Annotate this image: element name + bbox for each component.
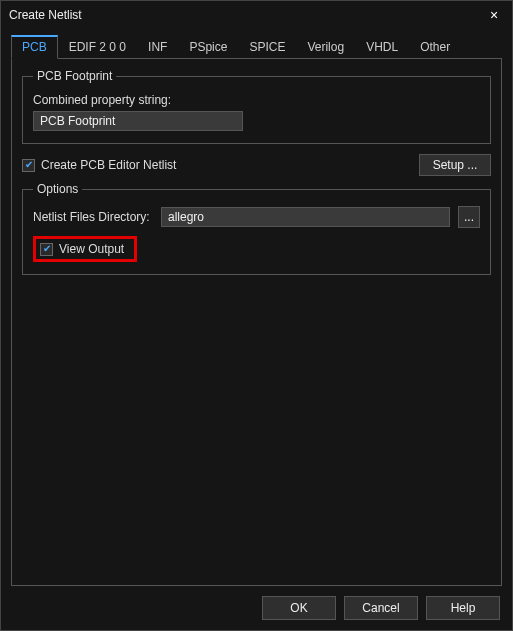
tab-edif[interactable]: EDIF 2 0 0: [58, 35, 137, 58]
netlist-dir-input[interactable]: [161, 207, 450, 227]
netlist-dir-label: Netlist Files Directory:: [33, 210, 153, 224]
tab-pspice[interactable]: PSpice: [178, 35, 238, 58]
tab-body-pcb: PCB Footprint Combined property string: …: [11, 59, 502, 586]
combined-property-input[interactable]: [33, 111, 243, 131]
setup-button[interactable]: Setup ...: [419, 154, 491, 176]
options-group: Options Netlist Files Directory: ... Vie…: [22, 182, 491, 275]
cancel-button[interactable]: Cancel: [344, 596, 418, 620]
view-output-highlight: View Output: [33, 236, 137, 262]
tab-other[interactable]: Other: [409, 35, 461, 58]
create-netlist-checkbox[interactable]: [22, 159, 35, 172]
help-button[interactable]: Help: [426, 596, 500, 620]
pcb-footprint-group: PCB Footprint Combined property string:: [22, 69, 491, 144]
create-netlist-window: Create Netlist × PCB EDIF 2 0 0 INF PSpi…: [0, 0, 513, 631]
tab-inf[interactable]: INF: [137, 35, 178, 58]
tab-vhdl[interactable]: VHDL: [355, 35, 409, 58]
browse-button[interactable]: ...: [458, 206, 480, 228]
tab-pcb[interactable]: PCB: [11, 35, 58, 59]
netlist-dir-row: Netlist Files Directory: ...: [33, 206, 480, 228]
create-netlist-row: Create PCB Editor Netlist Setup ...: [22, 154, 491, 176]
pcb-footprint-legend: PCB Footprint: [33, 69, 116, 83]
create-netlist-checkbox-row: Create PCB Editor Netlist: [22, 158, 176, 172]
create-netlist-label[interactable]: Create PCB Editor Netlist: [41, 158, 176, 172]
content-area: PCB EDIF 2 0 0 INF PSpice SPICE Verilog …: [1, 29, 512, 586]
view-output-label[interactable]: View Output: [59, 242, 124, 256]
view-output-checkbox[interactable]: [40, 243, 53, 256]
tab-verilog[interactable]: Verilog: [296, 35, 355, 58]
tab-bar: PCB EDIF 2 0 0 INF PSpice SPICE Verilog …: [11, 35, 502, 59]
options-legend: Options: [33, 182, 82, 196]
window-title: Create Netlist: [9, 8, 484, 22]
tab-spice[interactable]: SPICE: [238, 35, 296, 58]
combined-property-label: Combined property string:: [33, 93, 480, 107]
dialog-footer: OK Cancel Help: [1, 586, 512, 630]
close-icon[interactable]: ×: [484, 7, 504, 23]
titlebar: Create Netlist ×: [1, 1, 512, 29]
ok-button[interactable]: OK: [262, 596, 336, 620]
